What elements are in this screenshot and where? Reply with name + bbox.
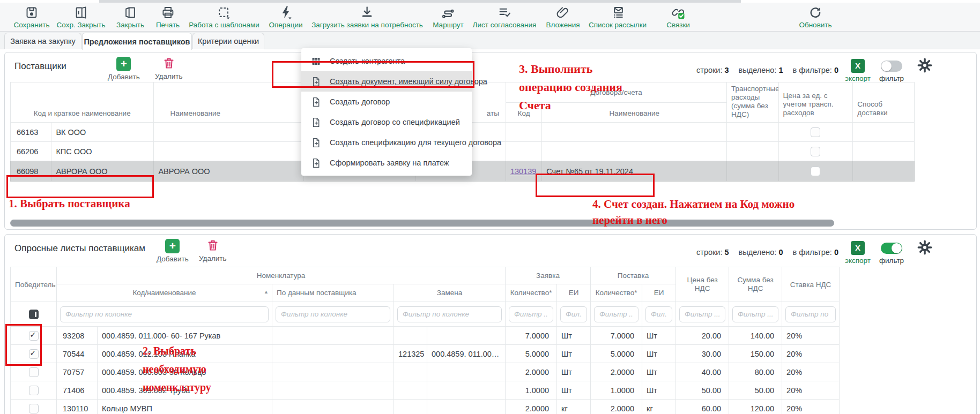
mailing-list-button[interactable]: Список рассылки (589, 5, 647, 29)
nomenclature-row[interactable]: 70544 000.4859. 012.103 Планка 121325 00… (11, 345, 840, 363)
save-close-button[interactable]: Сохр. Закрыть (57, 5, 106, 29)
nomenclature-row[interactable]: 130110 Кольцо МУВП 2.0000 кг 2.0000 кг 6… (11, 400, 840, 414)
col-header-code-name[interactable]: Код/наименование▲ (57, 284, 272, 302)
document-plus-icon (310, 157, 322, 169)
col-group-request: Заявка (506, 267, 591, 284)
filter-toggle-label: фильтр (873, 74, 910, 82)
suppliers-panel-title: Поставщики (14, 61, 66, 72)
annotation-step2: 2. Выбрать необходимую номенклатуру (143, 342, 211, 396)
winner-checkbox[interactable] (29, 349, 39, 359)
operations-icon (279, 5, 293, 20)
annotation-step3: 3. Выполнить операцию создания Счета (519, 60, 622, 115)
rows-count: строки:5 (696, 248, 729, 257)
filter-input-sum[interactable] (732, 306, 778, 322)
save-button[interactable]: Сохранить (13, 5, 49, 29)
menu-item-create-counterparty[interactable]: Создать контрагента (301, 51, 472, 71)
route-button[interactable]: Маршрут (433, 5, 464, 29)
tab-purchase-request[interactable]: Заявка на закупку (4, 33, 81, 49)
filter-input-vat[interactable] (785, 306, 836, 322)
operations-dropdown-menu: Создать контрагента Создать документ, им… (301, 48, 472, 176)
nomenclature-row[interactable]: 93208 000.4859. 011.000- 60- 167 Рукав 7… (11, 327, 840, 345)
col-header-delivery[interactable]: Способ доставки (853, 82, 915, 123)
trash-icon (162, 56, 176, 71)
col-header-name[interactable]: Наименование (154, 82, 303, 123)
filter-input-req-quantity[interactable] (509, 306, 553, 322)
col-header-price-no-vat[interactable]: Цена без НДС (676, 267, 729, 302)
filter-input-sup-quantity[interactable] (594, 306, 639, 322)
rows-count: строки:3 (696, 66, 729, 74)
save-close-icon (74, 5, 88, 20)
operations-button[interactable]: Операции (269, 5, 302, 29)
menu-item-create-payment-request[interactable]: Сформировать заявку на платеж (301, 153, 472, 173)
nomenclature-row[interactable]: 71406 000.4859. 369.002 Труба 1.0000 Шт … (11, 381, 840, 400)
gear-icon[interactable] (917, 58, 932, 75)
filter-input-supplier-data[interactable] (276, 306, 390, 322)
col-group-nomenclature: Номенклатура (57, 267, 506, 284)
close-button[interactable]: Закрыть (116, 5, 144, 29)
filter-row (11, 302, 840, 327)
add-supplier-button[interactable]: + Добавить (108, 57, 140, 81)
nomenclature-row[interactable]: 70757 000.4859. 080.003-50 Кольцо 2.0000… (11, 363, 840, 381)
selected-count: выделено:0 (739, 248, 783, 257)
tab-evaluation-criteria[interactable]: Критерии оценки (192, 33, 264, 49)
load-demand-requests-button[interactable]: Загрузить заявки на потребность (311, 5, 423, 29)
approval-sheet-button[interactable]: Лист согласования (473, 5, 537, 29)
filter-input-sup-unit[interactable] (645, 306, 672, 322)
filter-toggle-on[interactable] (881, 243, 902, 254)
invoice-code-link[interactable]: 130139 (510, 167, 536, 176)
winner-checkbox[interactable] (29, 331, 39, 341)
menu-item-create-contract[interactable]: Создать договор (301, 92, 472, 112)
delete-sheet-button[interactable]: Удалить (199, 238, 227, 262)
menu-item-create-contract-force-document[interactable]: Создать документ, имеющий силу договора (301, 71, 472, 92)
menu-item-create-spec-current-contract[interactable]: Создать спецификацию для текущего догово… (301, 132, 472, 153)
templates-button[interactable]: Работа с шаблонами (189, 5, 259, 29)
col-header-sup-quantity[interactable]: Количество* (591, 284, 642, 302)
col-header-sum-no-vat[interactable]: Сумма без НДС (729, 267, 782, 302)
plus-icon: + (165, 239, 180, 253)
transport-included-checkbox[interactable] (811, 127, 820, 137)
attachments-button[interactable]: Вложения (546, 5, 580, 29)
winner-checkbox[interactable] (29, 367, 39, 377)
filter-input-replacement[interactable] (397, 306, 502, 322)
col-header-sup-unit[interactable]: ЕИ (642, 284, 676, 302)
excel-export-icon[interactable]: X (851, 59, 865, 73)
menu-item-create-contract-with-spec[interactable]: Создать договор со спецификацией (301, 112, 472, 132)
delete-supplier-button[interactable]: Удалить (155, 56, 183, 80)
refresh-icon (808, 5, 822, 20)
sort-asc-icon: ▲ (264, 289, 269, 295)
suppliers-stats: строки:3 выделено:1 в фильтре:0 (696, 66, 838, 74)
winner-checkbox[interactable] (29, 404, 39, 413)
transport-included-checkbox[interactable] (811, 147, 820, 156)
gear-icon[interactable] (917, 240, 932, 257)
print-button[interactable]: Печать (156, 5, 180, 29)
toggle-knob (881, 61, 892, 71)
filter-input-req-unit[interactable] (560, 306, 587, 322)
col-header-supplier-data[interactable]: По данным поставщика (272, 284, 394, 302)
select-all-checkbox[interactable] (29, 310, 39, 319)
templates-icon (217, 5, 232, 20)
save-icon (25, 5, 39, 20)
col-header-vat-rate[interactable]: Ставка НДС (782, 267, 840, 302)
col-header-winner: Победитель (11, 267, 57, 302)
winner-checkbox[interactable] (29, 386, 39, 395)
links-button[interactable]: Связки (666, 5, 690, 29)
selected-count: выделено:1 (739, 66, 783, 74)
refresh-button[interactable]: Обновить (799, 5, 831, 29)
filter-input-price[interactable] (679, 306, 725, 322)
export-label: экспорт (842, 74, 874, 82)
transport-included-checkbox[interactable] (811, 167, 820, 176)
filter-toggle[interactable] (881, 61, 902, 72)
document-tabbar: Заявка на закупку Предложения поставщико… (0, 32, 980, 49)
filter-input-code-name[interactable] (60, 306, 269, 322)
col-header-transport[interactable]: Транспортные расходы (сумма без НДС) (727, 82, 779, 123)
add-sheet-button[interactable]: + Добавить (157, 239, 189, 263)
excel-export-icon[interactable]: X (851, 241, 865, 255)
col-header-req-quantity[interactable]: Количество* (506, 284, 557, 302)
col-header-unit-price[interactable]: Цена за ед. с учетом трансп. расходов (778, 82, 853, 123)
col-header-code-short-name[interactable]: Код и краткое наименование (11, 82, 154, 123)
col-header-replacement[interactable]: Замена (394, 284, 506, 302)
toggle-knob (892, 243, 902, 253)
tab-supplier-proposals[interactable]: Предложения поставщиков (82, 33, 192, 50)
route-icon (441, 5, 455, 20)
col-header-req-unit[interactable]: ЕИ (557, 284, 591, 302)
